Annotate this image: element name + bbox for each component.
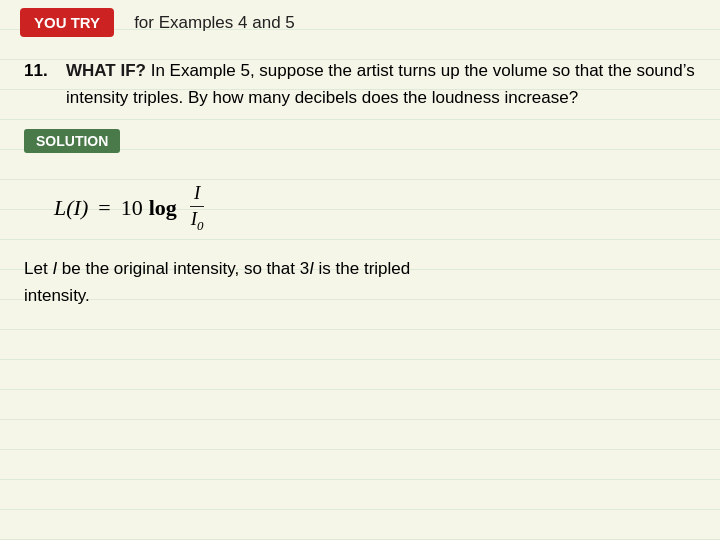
problem-text: WHAT IF? In Example 5, suppose the artis… (66, 57, 696, 111)
problem-number: 11. (24, 57, 54, 111)
let-text-1: Let (24, 259, 48, 278)
page: YOU TRY for Examples 4 and 5 11. WHAT IF… (0, 0, 720, 319)
you-try-badge: YOU TRY (20, 8, 114, 37)
let-text-2: be the original intensity, so that 3 (62, 259, 309, 278)
header: YOU TRY for Examples 4 and 5 (0, 0, 720, 45)
what-if-label: WHAT IF? (66, 61, 146, 80)
let-i-var: I (52, 259, 57, 278)
formula-section: L(I) = 10 log I I0 (54, 181, 696, 234)
problem-body: In Example 5, suppose the artist turns u… (66, 61, 695, 107)
fraction-numerator: I (190, 181, 204, 207)
header-title: for Examples 4 and 5 (134, 13, 295, 33)
formula-equals: = (98, 195, 110, 221)
problem-11: 11. WHAT IF? In Example 5, suppose the a… (24, 57, 696, 111)
main-content: 11. WHAT IF? In Example 5, suppose the a… (0, 45, 720, 319)
let-i-text: Let I be the original intensity, so that… (24, 255, 696, 309)
fraction-bottom-sub: 0 (197, 218, 204, 233)
solution-badge: SOLUTION (24, 129, 120, 153)
fraction-denominator: I0 (187, 207, 208, 235)
formula-10: 10 (121, 195, 143, 221)
formula-fraction: I I0 (187, 181, 208, 234)
let-3i-var: I (309, 259, 314, 278)
formula-lhs: L(I) (54, 195, 88, 221)
let-text-3: is the tripled (319, 259, 411, 278)
let-text-4: intensity. (24, 286, 90, 305)
formula: L(I) = 10 log I I0 (54, 181, 696, 234)
formula-log: log (149, 195, 177, 221)
